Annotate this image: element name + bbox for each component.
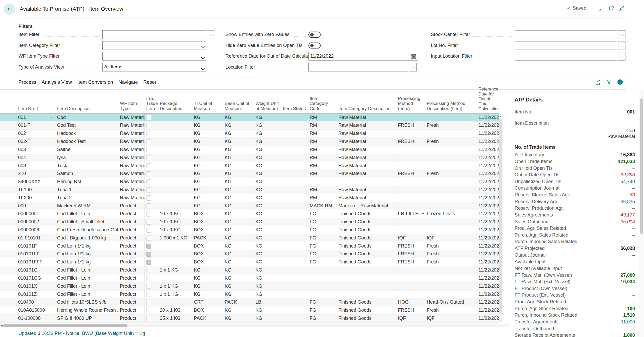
info-icon[interactable] [617,79,623,85]
cell-catd[interactable]: Finished Goods [337,315,396,322]
cell-pm[interactable] [396,226,425,234]
cell-no[interactable]: 010101Z [16,291,55,298]
cell-base[interactable]: KG [223,114,254,122]
cell-status[interactable] [281,170,308,178]
cell-date[interactable]: 11/22/2022 [477,210,499,218]
cell-wt[interactable]: KG [254,114,281,122]
cell-pm[interactable] [396,291,425,298]
column-header-pm[interactable]: Processing Method (Item) [396,96,425,113]
cell-status[interactable] [281,274,308,282]
cell-trade[interactable] [145,226,158,234]
atp-row-value[interactable]: – [632,292,635,299]
cell-no[interactable]: 00000001 [16,210,55,218]
cell-date[interactable]: 11/22/2022 [477,178,499,186]
trade-item-checkbox[interactable] [146,292,151,297]
cell-date[interactable]: 11/22/2022 [477,202,499,210]
cell-row-marker[interactable] [0,282,16,290]
cell-trade[interactable] [145,154,158,162]
atp-row-value[interactable]: 25,014 [620,219,635,225]
atp-row-value[interactable]: 49,177 [620,212,635,219]
table-row[interactable]: 00000006Cod Fresh Headless and GuttedPro… [0,226,499,234]
trade-item-checkbox[interactable] [146,308,151,313]
cell-wt[interactable]: KG [254,146,281,154]
cell-wf[interactable]: Raw Material [118,178,145,186]
cell-base[interactable]: KG [223,315,254,322]
cell-pm[interactable]: FRESH [396,138,425,146]
table-row[interactable]: 34000XXXHerring RMRaw MaterialKGKGKG11/2… [0,178,499,186]
cell-trade[interactable] [145,146,158,154]
cell-desc[interactable]: Cod - Bigpack 1.000 kg [55,234,118,242]
cell-no[interactable]: 010101GG [16,274,55,282]
trade-item-checkbox[interactable] [146,115,151,120]
cell-ti[interactable]: BOX [192,242,223,250]
cell-wt[interactable]: KG [254,130,281,137]
cell-desc[interactable]: Herring Whole Round Fresh 25... [55,306,118,314]
cell-wt[interactable]: KG [254,266,281,274]
cell-cat[interactable] [308,274,337,282]
atp-row-value[interactable]: 1,000 [623,332,635,337]
cell-pkg[interactable] [158,298,192,306]
cell-status[interactable] [281,298,308,306]
share-icon[interactable] [595,79,601,85]
cell-status[interactable] [281,306,308,314]
cell-pmd[interactable] [425,282,477,290]
cell-pm[interactable] [396,146,425,154]
cell-catd[interactable]: Raw Material [337,170,396,178]
cell-wt[interactable]: KG [254,218,281,226]
cell-no[interactable]: TF100 [16,186,55,194]
cell-catd[interactable]: Finished Goods [337,242,396,250]
trade-item-checkbox[interactable] [146,284,151,289]
cell-status[interactable] [281,114,308,122]
cell-status[interactable] [281,250,308,258]
cell-pkg[interactable] [158,178,192,186]
cell-trade[interactable] [145,306,158,314]
cell-base[interactable]: KG [223,178,254,186]
table-row[interactable]: 010101FCod Loin 1*1 kgProduct✓BOXKGKGFGF… [0,242,499,250]
cell-base[interactable]: KG [223,170,254,178]
trade-item-checkbox[interactable] [146,268,151,273]
cell-trade[interactable] [145,194,158,202]
cell-trade[interactable] [145,170,158,178]
cell-wf[interactable]: Product [118,258,145,266]
column-header-wt[interactable]: Weight Unit of Measure [254,101,281,113]
cell-catd[interactable]: Raw Material [337,122,396,129]
cell-date[interactable]: 11/22/2022 [477,154,499,162]
cell-date[interactable]: 11/22/2022 [477,226,499,234]
cell-cat[interactable]: RM [308,122,337,129]
cell-row-marker[interactable] [0,122,16,129]
table-row[interactable]: 002HaddockRaw MaterialKGKGKGRMRaw Materi… [0,130,499,138]
cell-wf[interactable]: Product [118,234,145,242]
cell-date[interactable]: 11/22/2022 [477,291,499,298]
cell-catd[interactable] [337,282,396,290]
cell-row-marker[interactable] [0,258,16,266]
cell-status[interactable] [281,234,308,242]
cell-trade[interactable] [145,298,158,306]
cell-trade[interactable]: ✓ [145,242,158,250]
cell-pm[interactable]: FRESH [396,258,425,266]
cell-ti[interactable]: KG [192,114,223,122]
cell-ti[interactable]: KG [192,266,223,274]
lookup-ellipsis-button-input-location-filter[interactable]: … [618,52,625,61]
cell-row-marker[interactable] [0,315,16,322]
cell-catd[interactable]: Raw Material [337,154,396,162]
cell-pmd[interactable] [425,154,477,162]
cell-no[interactable]: 010400 [16,298,55,306]
column-header-pmd[interactable]: Processing Method Description (Item) [425,101,477,113]
cell-pmd[interactable] [425,114,477,122]
cell-pm[interactable] [396,162,425,170]
cell-wf[interactable]: Raw Material [118,146,145,154]
cell-no[interactable]: 01-010101 [16,234,55,242]
cell-status[interactable] [281,138,308,146]
column-header-ti[interactable]: TI Unit of Measure [192,101,223,113]
cell-ti[interactable]: BOX [192,250,223,258]
cell-trade[interactable] [145,266,158,274]
cell-ti[interactable]: KG [192,282,223,290]
cell-catd[interactable]: Raw Material [337,130,396,137]
cell-cat[interactable]: FG [308,210,337,218]
cell-pm[interactable] [396,282,425,290]
cell-row-marker[interactable] [0,298,16,306]
cell-desc[interactable]: Cod Fillet - Loin [55,210,118,218]
cell-pmd[interactable]: Fresh [425,138,477,146]
atp-row-value[interactable]: 121,033 [618,158,635,165]
trade-item-checkbox[interactable] [146,300,151,305]
